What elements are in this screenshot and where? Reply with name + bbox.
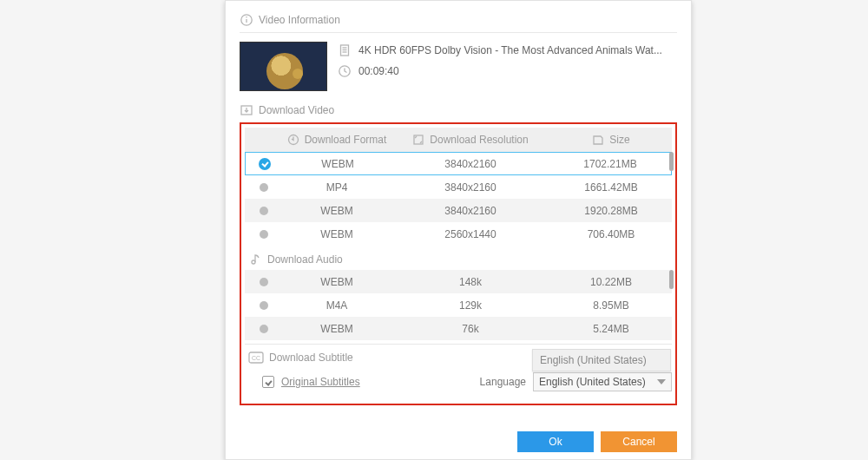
- audio-row[interactable]: M4A 129k 8.95MB: [245, 293, 672, 317]
- radio-icon[interactable]: [260, 301, 268, 310]
- radio-icon[interactable]: [260, 230, 268, 239]
- cell-format: WEBM: [283, 323, 391, 335]
- download-video-icon: [240, 103, 253, 117]
- audio-scrollbar[interactable]: [669, 270, 674, 340]
- cell-resolution: 3840x2160: [391, 181, 550, 194]
- svg-rect-11: [414, 135, 423, 144]
- radio-icon[interactable]: [260, 278, 268, 286]
- cell-format: WEBM: [283, 205, 391, 217]
- section-download-video: Download Video: [240, 98, 677, 121]
- section-title: Download Video: [259, 104, 334, 116]
- radio-selected-icon[interactable]: [259, 158, 271, 170]
- highlight-box: Download Format Download Resolution Size…: [240, 122, 677, 405]
- cell-resolution: 2560x1440: [391, 228, 550, 240]
- video-thumbnail: [240, 42, 327, 91]
- video-row[interactable]: WEBM 3840x2160 1702.21MB: [245, 152, 672, 175]
- original-subtitles-link[interactable]: Original Subtitles: [281, 376, 360, 388]
- col-format: Download Format: [305, 134, 387, 146]
- cell-bitrate: 76k: [391, 323, 550, 335]
- cell-size: 1661.42MB: [550, 181, 672, 194]
- language-select[interactable]: English (United States) English (United …: [533, 372, 672, 391]
- dropdown-arrow-icon: [657, 379, 666, 384]
- section-title: Video Information: [259, 14, 340, 26]
- info-icon: [240, 13, 253, 27]
- cell-format: WEBM: [283, 228, 391, 240]
- audio-row[interactable]: WEBM 148k 10.22MB: [245, 270, 672, 293]
- language-label: Language: [480, 376, 526, 388]
- language-dropdown-option[interactable]: English (United States): [532, 349, 671, 371]
- audio-icon: [248, 253, 262, 266]
- svg-point-2: [246, 16, 247, 18]
- audio-format-list: WEBM 148k 10.22MB M4A 129k 8.95MB WEBM 7…: [245, 270, 672, 340]
- file-icon: [338, 43, 352, 57]
- format-icon: [287, 134, 299, 146]
- ok-button[interactable]: Ok: [517, 431, 594, 452]
- cell-bitrate: 148k: [391, 276, 550, 288]
- video-row[interactable]: MP4 3840x2160 1661.42MB: [245, 175, 672, 199]
- section-video-information: Video Information: [240, 8, 677, 33]
- original-subtitles-checkbox[interactable]: [262, 376, 274, 388]
- cell-resolution: 3840x2160: [391, 205, 550, 217]
- video-row[interactable]: WEBM 3840x2160 1920.28MB: [245, 199, 672, 222]
- cell-format: WEBM: [283, 276, 391, 288]
- video-row[interactable]: WEBM 2560x1440 706.40MB: [245, 222, 672, 246]
- cell-size: 1920.28MB: [550, 205, 672, 217]
- resolution-icon: [412, 134, 424, 146]
- cell-resolution: 3840x2160: [391, 158, 549, 170]
- section-title: Download Subtitle: [269, 352, 353, 364]
- cell-format: M4A: [283, 299, 391, 312]
- video-duration: 00:09:40: [358, 65, 399, 77]
- svg-text:CC: CC: [252, 355, 260, 361]
- cell-format: WEBM: [284, 158, 391, 170]
- clock-icon: [338, 64, 352, 78]
- radio-icon[interactable]: [260, 183, 268, 192]
- cc-icon: CC: [248, 352, 264, 364]
- cell-format: MP4: [283, 181, 391, 194]
- cell-size: 10.22MB: [550, 276, 672, 288]
- video-table-header: Download Format Download Resolution Size: [245, 128, 672, 152]
- cell-size: 8.95MB: [550, 299, 672, 312]
- video-title: 4K HDR 60FPS Dolby Vision - The Most Adv…: [358, 44, 662, 56]
- language-selected-value: English (United States): [539, 376, 646, 388]
- cell-bitrate: 129k: [391, 299, 550, 312]
- cell-size: 5.24MB: [550, 323, 672, 335]
- cell-size: 1702.21MB: [549, 158, 671, 170]
- section-download-audio: Download Audio: [245, 246, 672, 270]
- radio-icon[interactable]: [260, 325, 268, 333]
- size-icon: [592, 134, 604, 146]
- col-resolution: Download Resolution: [430, 134, 528, 146]
- download-dialog: Video Information 4K HDR 60FPS Dolby Vis…: [225, 0, 692, 460]
- subtitle-row: Original Subtitles Language English (Uni…: [245, 367, 672, 397]
- section-title: Download Audio: [267, 253, 343, 266]
- cancel-button[interactable]: Cancel: [601, 431, 677, 452]
- audio-row[interactable]: WEBM 76k 5.24MB: [245, 317, 672, 340]
- col-size: Size: [609, 134, 629, 146]
- video-scrollbar[interactable]: [669, 152, 674, 246]
- video-format-list: WEBM 3840x2160 1702.21MB MP4 3840x2160 1…: [245, 152, 672, 246]
- radio-icon[interactable]: [260, 207, 268, 215]
- cell-size: 706.40MB: [550, 228, 672, 240]
